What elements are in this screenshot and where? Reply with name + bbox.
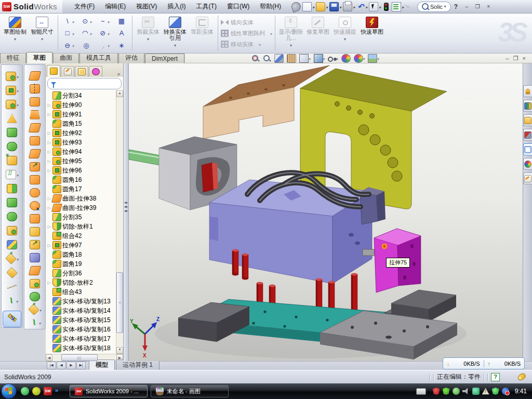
tree-item[interactable]: 拉伸96 — [46, 166, 116, 175]
featuremanager-tab[interactable] — [47, 65, 60, 77]
minimize-button[interactable]: – — [462, 3, 471, 11]
text-tool[interactable]: A — [113, 27, 130, 39]
offset-surface-icon[interactable] — [24, 160, 45, 173]
quicklaunch-solidworks-icon[interactable]: SW — [44, 387, 52, 395]
expand-arrow[interactable] — [47, 140, 51, 145]
tree-item[interactable]: 实体-移动/复制16 — [46, 325, 116, 334]
tray-security-icon[interactable] — [443, 388, 450, 395]
menu-item[interactable]: 编辑(E) — [100, 1, 130, 12]
rib-icon[interactable] — [2, 195, 22, 209]
appearances-scenes-tab[interactable] — [523, 158, 532, 170]
undo-icon[interactable] — [356, 1, 368, 12]
tree-item[interactable]: 组合43 — [46, 287, 116, 297]
linear-pattern-icon[interactable] — [2, 167, 22, 181]
pin-icon[interactable] — [291, 1, 301, 12]
edit-appearance-icon[interactable] — [341, 54, 351, 63]
快速草图[interactable]: 快速草图 — [358, 15, 385, 52]
tree-item[interactable]: 拉伸93 — [46, 138, 116, 147]
tag-icon[interactable] — [516, 372, 526, 381]
swept-surface-icon[interactable] — [24, 69, 45, 82]
tray-protect-icon[interactable] — [492, 388, 499, 395]
knit-surface-icon[interactable] — [24, 173, 45, 186]
expand-arrow[interactable] — [47, 159, 51, 164]
ellipse-tool[interactable]: ⊘ — [95, 27, 113, 39]
expand-arrow[interactable] — [47, 224, 51, 229]
surface-fillet-icon[interactable] — [24, 186, 45, 199]
quicklaunch-app-icon[interactable] — [32, 387, 41, 395]
arc-tool[interactable]: ◠ — [77, 27, 95, 39]
剪裁实体[interactable]: 剪裁实体 — [135, 15, 162, 52]
delete-body-icon[interactable] — [2, 251, 22, 265]
panel-tabs-overflow[interactable]: » — [115, 71, 122, 77]
splitter-arrows[interactable]: ◂▸◂▸◂▸ — [124, 201, 128, 213]
tree-horizontal-scrollbar[interactable]: ◀ ||| ▶ — [46, 354, 123, 361]
移动实体[interactable]: 移动实体 — [221, 39, 272, 49]
close-button[interactable]: × — [484, 3, 493, 11]
修复草图[interactable]: 修复草图 — [304, 15, 331, 52]
模型[interactable]: 模型 — [89, 360, 115, 370]
menu-item[interactable]: 视图(V) — [131, 1, 162, 12]
shell-icon[interactable] — [2, 125, 22, 139]
expand-arrow[interactable] — [47, 112, 51, 117]
tree-item[interactable]: 拉伸97 — [46, 241, 116, 250]
new-document-icon[interactable] — [302, 1, 315, 12]
tree-filter-box[interactable] — [47, 78, 122, 89]
tree-vertical-scrollbar[interactable]: ▲ ≡ ▼ — [116, 90, 123, 354]
doc-close-button[interactable]: × — [523, 55, 526, 62]
overflow-icon[interactable] — [405, 1, 414, 12]
move-copy-body-icon[interactable] — [2, 237, 22, 251]
tree-item[interactable]: 组合42 — [46, 231, 116, 241]
未命名 - 画图[interactable]: 未命名 - 画图 — [151, 385, 229, 397]
extruded-boss-icon[interactable] — [2, 69, 22, 83]
start-button[interactable] — [0, 383, 18, 399]
tray-warning-icon[interactable] — [482, 388, 489, 395]
view-palette-tab[interactable] — [523, 143, 532, 155]
sketch-fillet-tool[interactable]: ◞ — [95, 39, 113, 51]
extruded-cut-icon[interactable] — [2, 83, 22, 97]
转换实体引用[interactable]: 转换实体引用 — [162, 15, 189, 52]
planar-surface-icon[interactable] — [24, 147, 45, 160]
tree-item[interactable]: 圆角15 — [46, 119, 116, 128]
menu-item[interactable]: 插入(I) — [163, 1, 190, 12]
solidworks-resources-tab[interactable] — [523, 85, 532, 97]
file-explorer-tab[interactable] — [523, 114, 532, 126]
rebuild-icon[interactable] — [382, 1, 391, 12]
configurationmanager-tab[interactable] — [75, 66, 88, 77]
tree-item[interactable]: 拉伸92 — [46, 128, 116, 138]
DimXpert[interactable]: DimXpert — [145, 54, 184, 63]
expand-arrow[interactable] — [47, 168, 51, 173]
model-canvas[interactable]: Y Z X — [129, 63, 523, 361]
scroll-left-arrow[interactable]: ◀ — [46, 354, 52, 361]
instant3d-icon[interactable] — [3, 311, 21, 327]
expand-arrow[interactable] — [47, 206, 51, 210]
线性草图阵列[interactable]: 线性草图阵列 — [221, 29, 272, 38]
tree-item[interactable]: 分割36 — [46, 269, 116, 278]
menu-item[interactable]: 文件(F) — [70, 1, 99, 12]
SolidWorks 2009 - ...[interactable]: SW SolidWorks 2009 - ... — [70, 385, 148, 397]
design-library-tab[interactable] — [523, 100, 532, 112]
display-style-icon[interactable] — [314, 54, 325, 63]
help-button[interactable]: ? — [454, 3, 458, 10]
tree-item[interactable]: 拉伸91 — [46, 110, 116, 119]
menu-item[interactable]: 帮助(H) — [255, 1, 286, 12]
tree-item[interactable]: 曲面-拉伸38 — [46, 194, 116, 203]
tree-item[interactable]: 实体-移动/复制15 — [46, 315, 116, 325]
tree-item[interactable]: 分割35 — [46, 212, 116, 222]
tooling-split-icon[interactable] — [24, 264, 45, 277]
search-results-tab[interactable] — [523, 129, 532, 141]
特征[interactable]: 特征 — [0, 52, 26, 63]
tree-item[interactable]: 圆角18 — [46, 250, 116, 259]
restore-button[interactable]: ❐ — [473, 3, 482, 11]
tree-item[interactable]: 分割34 — [46, 91, 116, 100]
等距实体[interactable]: 等距实体 — [189, 15, 216, 52]
custom-properties-tab[interactable] — [523, 172, 532, 184]
zoom-selected-icon[interactable] — [274, 54, 284, 63]
expand-arrow[interactable] — [47, 196, 51, 201]
lofted-surface-icon[interactable] — [24, 108, 45, 121]
save-icon[interactable] — [329, 1, 342, 12]
keyboard-layout-icon[interactable] — [416, 388, 426, 395]
tree-item[interactable]: 实体-移动/复制14 — [46, 306, 116, 315]
zoom-area-icon[interactable] — [263, 55, 271, 62]
快速捕捉[interactable]: 快速捕捉 — [331, 15, 358, 52]
search-dropdown-icon[interactable]: ▾ — [444, 4, 446, 9]
